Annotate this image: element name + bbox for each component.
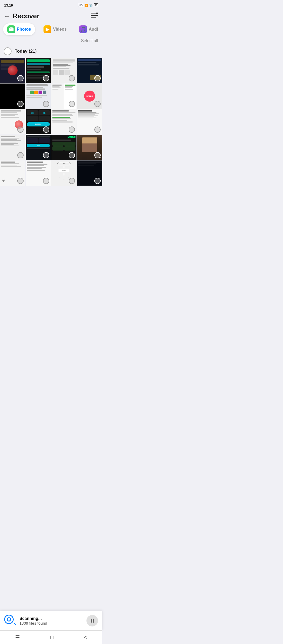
- photo-cell-5[interactable]: [0, 84, 25, 109]
- photo-select-1[interactable]: [17, 75, 24, 81]
- select-all-row: Select all: [0, 38, 102, 45]
- svg-rect-1: [91, 15, 98, 16]
- tabs-bar: 🏔 Photos ▶ Videos 🎵 Audi: [0, 23, 102, 38]
- photo-select-7[interactable]: [69, 101, 75, 107]
- wifi-icon: 📡: [89, 4, 93, 7]
- photo-select-17[interactable]: [17, 178, 24, 184]
- photo-cell-18[interactable]: [26, 160, 51, 186]
- signal1-icon: 📶: [84, 4, 88, 7]
- videos-tab-icon: ▶: [43, 25, 51, 33]
- status-right-icons: HD 📶 📡 56: [78, 3, 98, 7]
- audio-tab-icon: 🎵: [79, 25, 87, 33]
- audio-tab-label: Audi: [89, 27, 98, 32]
- photo-cell-11[interactable]: [51, 109, 77, 134]
- hd-badge: HD: [78, 4, 83, 7]
- svg-rect-0: [91, 13, 96, 14]
- photo-select-6[interactable]: [43, 101, 49, 107]
- videos-tab-label: Videos: [53, 27, 67, 32]
- photo-cell-6[interactable]: [26, 84, 51, 109]
- photo-select-11[interactable]: [69, 126, 75, 133]
- photo-cell-8[interactable]: START: [77, 84, 102, 109]
- header: ← Recover: [0, 9, 102, 23]
- page-title: Recover: [13, 12, 40, 20]
- svg-rect-2: [91, 18, 96, 18]
- heart-icon: ♥: [2, 178, 5, 184]
- photo-cell-1[interactable]: [0, 58, 25, 83]
- photo-select-13[interactable]: [17, 152, 24, 158]
- photo-cell-3[interactable]: [51, 58, 77, 83]
- photo-cell-10[interactable]: ZE ZE 选择照片: [26, 109, 51, 134]
- photo-select-12[interactable]: [94, 126, 101, 133]
- photo-grid: ▶: [0, 58, 102, 186]
- select-all-button[interactable]: Select all: [81, 38, 98, 43]
- photo-cell-20[interactable]: [77, 160, 102, 186]
- photo-select-8[interactable]: [94, 101, 101, 107]
- photo-select-14[interactable]: [43, 152, 49, 158]
- photo-cell-2[interactable]: [26, 58, 51, 83]
- tab-videos[interactable]: ▶ Videos: [39, 23, 71, 35]
- photo-select-5[interactable]: [17, 101, 24, 107]
- photos-tab-icon: 🏔: [7, 25, 15, 33]
- photo-select-15[interactable]: [69, 152, 75, 158]
- status-bar: 13:19 HD 📶 📡 56: [0, 0, 102, 9]
- tab-photos[interactable]: 🏔 Photos: [3, 23, 35, 35]
- photo-cell-19[interactable]: Start Process: [51, 160, 77, 186]
- photo-select-4[interactable]: [94, 75, 101, 81]
- photo-select-9[interactable]: [17, 126, 24, 133]
- status-time: 13:19: [4, 3, 13, 7]
- back-button[interactable]: ←: [4, 13, 10, 20]
- svg-point-3: [96, 13, 98, 14]
- tab-audio[interactable]: 🎵 Audi: [75, 23, 102, 35]
- section-title-today: Today (21): [15, 49, 37, 54]
- section-header-today: Today (21): [0, 45, 102, 58]
- photo-select-10[interactable]: [43, 126, 49, 133]
- photo-cell-16[interactable]: ◀▶: [77, 135, 102, 160]
- photo-select-2[interactable]: [43, 75, 49, 81]
- photo-cell-13[interactable]: [0, 135, 25, 160]
- photo-cell-9[interactable]: [0, 109, 25, 134]
- photo-select-18[interactable]: [43, 178, 49, 184]
- photo-cell-14[interactable]: 录制: [26, 135, 51, 160]
- photos-tab-label: Photos: [17, 27, 31, 32]
- menu-filter-icon[interactable]: [91, 13, 98, 20]
- section-select-circle[interactable]: [4, 47, 12, 55]
- photo-select-3[interactable]: [69, 75, 75, 81]
- battery-indicator: 56: [94, 3, 98, 7]
- photo-cell-12[interactable]: [77, 109, 102, 134]
- photo-cell-7[interactable]: [51, 84, 77, 109]
- header-left: ← Recover: [4, 12, 40, 20]
- photo-select-20[interactable]: [94, 178, 101, 184]
- photo-select-19[interactable]: [69, 178, 75, 184]
- photo-cell-17[interactable]: ♥: [0, 160, 25, 186]
- photo-cell-4[interactable]: ▶: [77, 58, 102, 83]
- photo-select-16[interactable]: [94, 152, 101, 158]
- photo-cell-15[interactable]: Upgrade: [51, 135, 77, 160]
